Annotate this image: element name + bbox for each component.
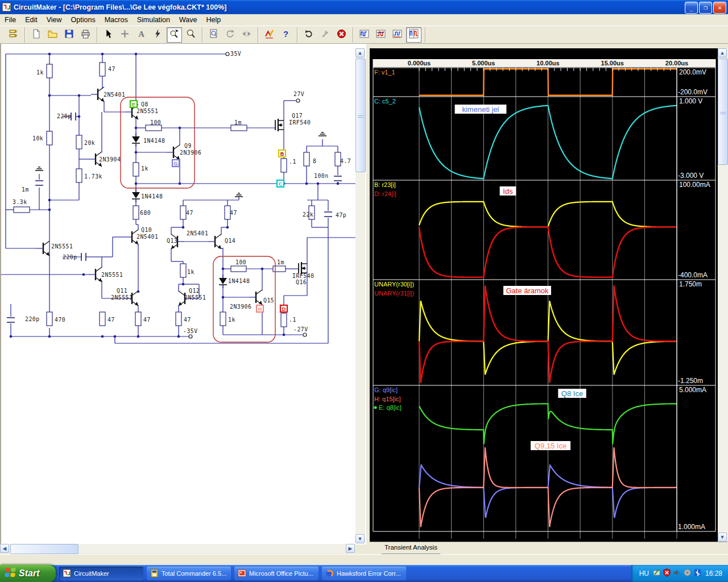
svg-text:100: 100 bbox=[150, 119, 161, 126]
menu-simulation[interactable]: Simulation bbox=[133, 15, 175, 25]
check-wires-button[interactable] bbox=[262, 27, 277, 43]
svg-text:1.000mA: 1.000mA bbox=[678, 523, 705, 531]
toolbar: A? bbox=[0, 26, 728, 44]
close-button[interactable]: ✕ bbox=[713, 2, 726, 14]
system-tray: HU 16:28 bbox=[631, 565, 728, 582]
delete-tool-button[interactable] bbox=[150, 27, 166, 43]
svg-text:Q10: Q10 bbox=[141, 227, 152, 233]
svg-text:1N4148: 1N4148 bbox=[141, 193, 163, 199]
open-file-button[interactable] bbox=[45, 27, 60, 43]
taskbar-task-total[interactable]: Total Commander 6.5... bbox=[147, 567, 231, 580]
transient-waveforms: 0.000us5.000us10.00us15.00us20.00us200.0… bbox=[370, 48, 718, 542]
svg-text:E: q8[ic]: E: q8[ic] bbox=[379, 404, 402, 411]
minimize-button[interactable]: _ bbox=[685, 2, 698, 14]
svg-text:1k: 1k bbox=[228, 317, 235, 323]
page-icon bbox=[31, 29, 41, 41]
svg-text:G: q9[ic]: G: q9[ic] bbox=[374, 386, 398, 393]
svg-text:35V: 35V bbox=[230, 51, 241, 57]
scroll-right-icon[interactable]: ▶ bbox=[346, 544, 355, 553]
svg-text:2N3904: 2N3904 bbox=[99, 156, 121, 163]
svg-text:1.000 V: 1.000 V bbox=[679, 97, 702, 105]
svg-text:?: ? bbox=[283, 29, 288, 38]
floppy-icon bbox=[64, 29, 74, 41]
svg-text:1m: 1m bbox=[234, 119, 242, 126]
svg-text:47: 47 bbox=[108, 66, 115, 72]
updates-icon[interactable] bbox=[683, 568, 692, 579]
analog-scope-button[interactable] bbox=[373, 27, 388, 43]
menu-wave[interactable]: Wave bbox=[175, 15, 202, 25]
svg-text:C: c5_2: C: c5_2 bbox=[374, 98, 396, 105]
tablet-icon[interactable] bbox=[652, 568, 661, 579]
svg-text:22k: 22k bbox=[303, 211, 313, 218]
scope-tab-row: Transient Analysis bbox=[370, 542, 728, 555]
svg-text:47: 47 bbox=[107, 317, 115, 323]
svg-text:10k: 10k bbox=[32, 135, 43, 142]
stop-simulation-button[interactable] bbox=[334, 27, 349, 43]
windows-flag-icon bbox=[5, 567, 16, 580]
zoom-tool-button[interactable] bbox=[183, 27, 198, 43]
scroll-down-icon[interactable]: ▼ bbox=[355, 534, 365, 543]
taskbar-task-microsoft[interactable]: Microsoft Office Pictu... bbox=[234, 567, 318, 580]
scroll-left-icon[interactable]: ◀ bbox=[0, 544, 9, 553]
svg-text:G: G bbox=[173, 161, 177, 167]
svg-text:D: r24[i]: D: r24[i] bbox=[374, 190, 396, 197]
scope2-icon bbox=[376, 29, 386, 41]
schematic-panel[interactable]: EGBCHD35V1k472N5401220p10k20k2N39041.73k… bbox=[0, 44, 366, 544]
vscroll-thumb[interactable] bbox=[718, 59, 728, 165]
mirror-button[interactable] bbox=[239, 27, 254, 43]
taskbar-task-circuitmaker[interactable]: CircuitMaker bbox=[59, 567, 143, 580]
security-shield-icon[interactable] bbox=[663, 568, 671, 579]
rotate-button[interactable] bbox=[222, 27, 238, 43]
scope-vscrollbar[interactable]: ▲ ▼ bbox=[718, 48, 728, 542]
restore-button[interactable]: ❐ bbox=[699, 2, 712, 14]
taskbar-task-hawksford[interactable]: Hawksford Error Corr... bbox=[322, 567, 406, 580]
svg-text:47: 47 bbox=[143, 317, 151, 323]
menu-macros[interactable]: Macros bbox=[100, 15, 133, 25]
vscroll-thumb[interactable] bbox=[355, 59, 366, 172]
menu-edit[interactable]: Edit bbox=[20, 15, 42, 25]
checkWires-icon bbox=[264, 29, 274, 41]
new-file-button[interactable] bbox=[28, 27, 44, 43]
mixed-scope-button[interactable] bbox=[390, 27, 405, 43]
taskbar-clock: 16:28 bbox=[705, 569, 722, 577]
menu-options[interactable]: Options bbox=[67, 15, 100, 25]
digital-scope-button[interactable] bbox=[357, 27, 372, 43]
svg-text:1m: 1m bbox=[277, 259, 284, 265]
svg-text:4.7: 4.7 bbox=[340, 158, 351, 164]
volume-icon[interactable] bbox=[673, 568, 681, 579]
wire-tool-button[interactable] bbox=[117, 27, 133, 43]
schematic-vscrollbar[interactable]: ▲ ▼ bbox=[355, 48, 365, 543]
menu-file[interactable]: File bbox=[0, 15, 20, 25]
menu-help[interactable]: Help bbox=[202, 15, 226, 25]
svg-text:15.00us: 15.00us bbox=[601, 60, 624, 66]
reset-simulation-button[interactable] bbox=[301, 27, 316, 43]
bluetooth-icon[interactable] bbox=[693, 568, 702, 579]
print-button[interactable] bbox=[78, 27, 93, 43]
help-button[interactable]: ? bbox=[278, 27, 293, 43]
waveform-window-button[interactable] bbox=[406, 27, 421, 43]
menu-view[interactable]: View bbox=[42, 15, 67, 25]
scroll-up-icon[interactable]: ▲ bbox=[718, 48, 727, 57]
text-tool-button[interactable]: A bbox=[134, 27, 149, 43]
svg-text:100: 100 bbox=[235, 259, 246, 265]
schematic-hscrollbar[interactable]: ◀ ▶ bbox=[0, 544, 355, 554]
textA-icon: A bbox=[136, 29, 146, 41]
probe-tool-button[interactable] bbox=[317, 27, 333, 43]
svg-text:E: E bbox=[132, 102, 135, 107]
save-file-button[interactable] bbox=[61, 27, 77, 43]
scroll-up-icon[interactable]: ▲ bbox=[355, 48, 365, 57]
start-button[interactable]: Start bbox=[0, 565, 56, 582]
svg-text:1k: 1k bbox=[187, 269, 195, 275]
scroll-down-icon[interactable]: ▼ bbox=[718, 533, 727, 542]
waveform-panel[interactable]: 0.000us5.000us10.00us15.00us20.00us200.0… bbox=[370, 48, 718, 542]
select-tool-button[interactable] bbox=[101, 27, 116, 43]
zoom-select-tool-button[interactable] bbox=[167, 27, 182, 43]
tab-transient-analysis[interactable]: Transient Analysis bbox=[375, 542, 446, 554]
language-indicator[interactable]: HU bbox=[639, 569, 649, 577]
hscroll-thumb[interactable] bbox=[10, 544, 78, 554]
svg-text:-200.0mV: -200.0mV bbox=[678, 88, 708, 96]
preview-button[interactable] bbox=[206, 27, 221, 43]
svg-text:220p: 220p bbox=[57, 113, 72, 119]
svg-text:-3.000 V: -3.000 V bbox=[678, 172, 704, 180]
parts-browser-button[interactable] bbox=[6, 27, 21, 43]
